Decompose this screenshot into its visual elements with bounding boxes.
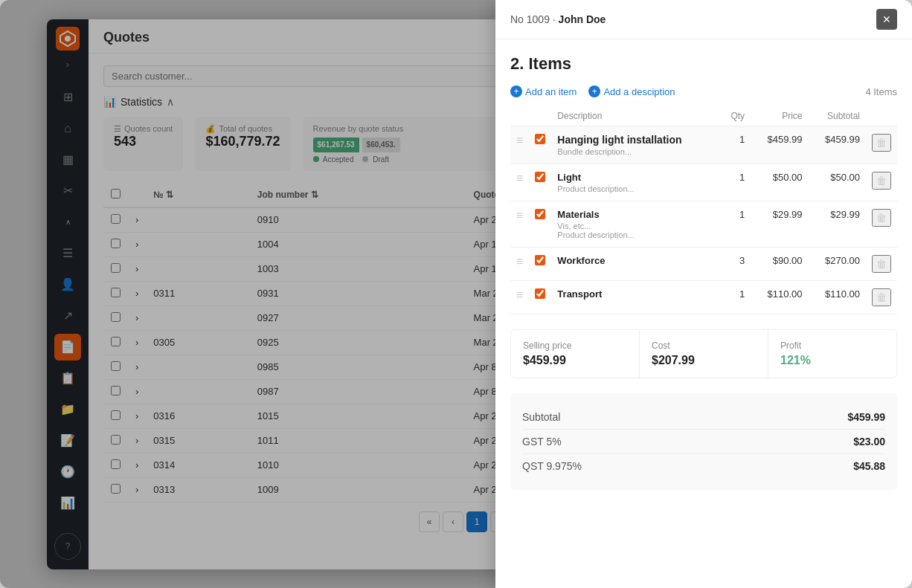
profit-section: Profit 121% <box>768 330 865 378</box>
item-price: $459.99 <box>751 126 808 164</box>
items-table: Description Qty Price Subtotal ≡ Hanging… <box>510 106 865 314</box>
item-row: ≡ Workforce 3 $90.00 $270.00 🗑 <box>510 248 865 281</box>
item-subtotal: $50.00 <box>809 164 865 201</box>
item-subtotal: $459.99 <box>809 126 865 164</box>
item-qty: 1 <box>719 201 751 248</box>
selling-price-label: Selling price <box>523 340 627 351</box>
drag-handle-icon[interactable]: ≡ <box>510 281 529 314</box>
drag-handle-icon[interactable]: ≡ <box>510 126 529 164</box>
item-row: ≡ Transport 1 $110.00 $110.00 🗑 <box>510 281 865 314</box>
item-price: $50.00 <box>751 164 808 201</box>
th-price: Price <box>751 106 808 126</box>
drag-handle-icon[interactable]: ≡ <box>510 248 529 281</box>
modal-panel: No 1009 · John Doe ✕ 2. Items + Add an i… <box>495 19 865 569</box>
total-label: GST 5% <box>522 436 562 448</box>
item-row: ≡ Hanging light installation Bundle desc… <box>510 126 865 164</box>
total-row: GST 5% $23.00 <box>522 430 865 454</box>
item-description: Materials Vis, etc...Product description… <box>551 201 719 248</box>
item-price: $110.00 <box>751 281 808 314</box>
item-row: ≡ Light Product description... 1 $50.00 … <box>510 164 865 201</box>
item-checkbox[interactable] <box>535 255 545 265</box>
modal-title: No 1009 · John Doe <box>510 19 606 26</box>
item-row: ≡ Materials Vis, etc...Product descripti… <box>510 201 865 248</box>
item-qty: 3 <box>719 248 751 281</box>
total-value: $459.99 <box>847 411 865 423</box>
th-qty: Qty <box>719 106 751 126</box>
item-qty: 1 <box>719 164 751 201</box>
profit-label: Profit <box>780 340 865 351</box>
item-qty: 1 <box>719 281 751 314</box>
item-checkbox[interactable] <box>535 134 545 144</box>
app-window: › ⊞ ⌂ ▦ ✂ ∧ ☰ 👤 ↗ 📄 📋 📁 📝 🕐 📊 ? Quotes <box>47 19 865 569</box>
item-description: Workforce <box>551 248 719 281</box>
item-description: Hanging light installation Bundle descri… <box>551 126 719 164</box>
items-toolbar: + Add an item + Add a desciption 4 Items <box>510 85 865 97</box>
section-title: 2. Items <box>510 54 865 74</box>
cost-value: $207.99 <box>652 354 756 367</box>
item-description: Light Product description... <box>551 164 719 201</box>
pricing-summary: Selling price $459.99 Cost $207.99 Profi… <box>510 329 865 378</box>
totals-box: Subtotal $459.99 GST 5% $23.00 QST 9.975… <box>510 393 865 490</box>
add-desc-plus-icon: + <box>588 85 600 97</box>
drag-handle-icon[interactable]: ≡ <box>510 201 529 248</box>
item-price: $90.00 <box>751 248 808 281</box>
item-subtotal: $110.00 <box>809 281 865 314</box>
item-qty: 1 <box>719 126 751 164</box>
items-toolbar-left: + Add an item + Add a desciption <box>510 85 675 97</box>
profit-value: 121% <box>780 354 865 367</box>
item-checkbox[interactable] <box>535 209 545 219</box>
item-checkbox[interactable] <box>535 172 545 182</box>
screen-wrapper: › ⊞ ⌂ ▦ ✂ ∧ ☰ 👤 ↗ 📄 📋 📁 📝 🕐 📊 ? Quotes <box>0 0 912 588</box>
total-value: $23.00 <box>853 436 865 448</box>
add-item-button[interactable]: + Add an item <box>510 85 577 97</box>
total-row: QST 9.975% $45.88 <box>522 454 865 478</box>
modal-body: 2. Items + Add an item + Add a desciptio… <box>495 39 865 569</box>
items-header-row: Description Qty Price Subtotal <box>510 106 865 126</box>
add-description-button[interactable]: + Add a desciption <box>588 85 675 97</box>
total-label: Subtotal <box>522 411 560 423</box>
drag-handle-icon[interactable]: ≡ <box>510 164 529 201</box>
selling-price-value: $459.99 <box>523 354 627 367</box>
item-subtotal: $29.99 <box>809 201 865 248</box>
th-description: Description <box>551 106 719 126</box>
item-checkbox[interactable] <box>535 288 545 299</box>
th-subtotal: Subtotal <box>809 106 865 126</box>
selling-price-section: Selling price $459.99 <box>511 330 640 378</box>
total-row: Subtotal $459.99 <box>522 405 865 430</box>
cost-section: Cost $207.99 <box>640 330 768 378</box>
item-price: $29.99 <box>751 201 808 248</box>
cost-label: Cost <box>652 340 756 351</box>
modal-header: No 1009 · John Doe ✕ <box>495 19 865 40</box>
add-item-plus-icon: + <box>510 85 522 97</box>
total-label: QST 9.975% <box>522 460 582 472</box>
item-description: Transport <box>551 281 719 314</box>
item-subtotal: $270.00 <box>809 248 865 281</box>
total-value: $45.88 <box>853 460 865 472</box>
modal-overlay: No 1009 · John Doe ✕ 2. Items + Add an i… <box>47 19 865 569</box>
